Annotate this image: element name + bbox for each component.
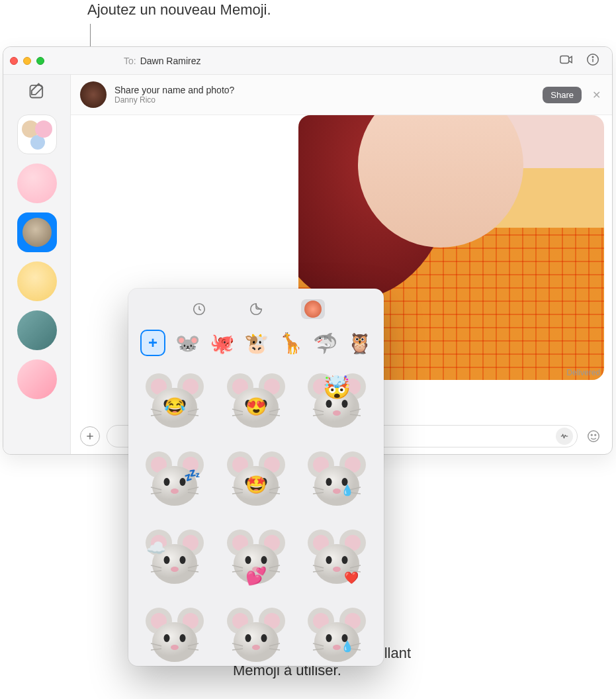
svg-point-169	[326, 634, 332, 642]
audio-message-button[interactable]	[556, 428, 573, 445]
share-button[interactable]: Share	[543, 87, 582, 103]
to-label: To:	[124, 56, 136, 66]
svg-point-143	[164, 634, 170, 642]
recents-tab[interactable]	[187, 299, 211, 319]
svg-point-156	[245, 634, 251, 642]
memoji-char-octopus[interactable]: 🐙	[209, 330, 234, 356]
memoji-sticker-mouse-kiss-hearts[interactable]: 💕	[223, 526, 289, 592]
svg-text:😂: 😂	[164, 396, 186, 417]
svg-point-101	[164, 556, 170, 564]
memoji-character-row: + 🐭 🐙 🐮 🦒 🦈 🦉	[138, 326, 374, 365]
svg-point-158	[252, 645, 260, 650]
close-window-button[interactable]	[10, 57, 18, 65]
memoji-sticker-mouse-sleeping[interactable]: 💤	[142, 447, 208, 514]
svg-text:💧: 💧	[341, 640, 354, 653]
delivered-label: Delivered	[566, 368, 600, 377]
memoji-sticker-mouse-heart-eyes[interactable]: 😍	[223, 369, 289, 436]
memoji-char-owl[interactable]: 🦉	[347, 330, 372, 356]
banner-text: Share your name and photo? Danny Rico	[114, 85, 535, 105]
share-name-banner: Share your name and photo? Danny Rico Sh…	[71, 75, 612, 115]
window-controls	[10, 57, 44, 65]
banner-title: Share your name and photo?	[114, 85, 535, 95]
svg-text:💕: 💕	[245, 565, 267, 586]
to-field: To: Dawn Ramirez	[124, 56, 559, 66]
svg-point-89	[333, 489, 341, 494]
svg-text:💧: 💧	[341, 484, 354, 496]
svg-point-115	[245, 556, 251, 564]
svg-point-47	[333, 410, 341, 416]
popover-tabs	[138, 295, 374, 326]
memoji-sticker-mouse-tear[interactable]: 💧	[304, 447, 370, 514]
memoji-popover: + 🐭 🐙 🐮 🦒 🦈 🦉 😂	[128, 289, 384, 666]
svg-rect-0	[560, 56, 569, 63]
svg-text:🤩: 🤩	[245, 474, 267, 495]
svg-text:❤️: ❤️	[344, 571, 359, 585]
memoji-sticker-mouse-worried[interactable]	[142, 604, 208, 666]
add-memoji-button[interactable]: +	[140, 330, 165, 356]
svg-text:🤯: 🤯	[323, 374, 351, 401]
conversation-contact-2[interactable]	[17, 163, 57, 203]
memoji-char-mouse[interactable]: 🐭	[175, 330, 200, 356]
banner-subtitle: Danny Rico	[114, 95, 535, 105]
svg-point-145	[171, 645, 179, 650]
memoji-sticker-mouse-sweat[interactable]: 💧	[304, 604, 370, 666]
toolbar-icons	[559, 52, 600, 70]
memoji-tab[interactable]	[301, 299, 325, 319]
svg-point-130	[342, 556, 348, 564]
svg-point-102	[180, 556, 186, 564]
emoji-picker-button[interactable]	[584, 427, 603, 445]
svg-point-103	[171, 567, 179, 572]
apps-button[interactable]	[80, 426, 100, 446]
facetime-icon[interactable]	[559, 52, 574, 70]
recipient-name[interactable]: Dawn Ramirez	[140, 56, 201, 66]
conversation-group[interactable]	[17, 115, 57, 154]
conversations-sidebar	[3, 75, 71, 454]
svg-point-87	[326, 478, 332, 486]
svg-point-142	[152, 622, 197, 662]
svg-point-116	[261, 556, 267, 564]
conversation-contact-4[interactable]	[17, 261, 57, 301]
svg-point-9	[595, 434, 596, 436]
memoji-sticker-mouse-cloud[interactable]: ☁️	[142, 526, 208, 592]
banner-avatar	[80, 81, 107, 108]
memoji-char-cow[interactable]: 🐮	[243, 330, 269, 356]
svg-point-59	[164, 478, 170, 486]
fullscreen-window-button[interactable]	[36, 57, 44, 65]
svg-point-45	[326, 400, 332, 408]
svg-point-8	[591, 434, 592, 436]
memoji-char-shark[interactable]: 🦈	[312, 330, 337, 356]
svg-text:💤: 💤	[184, 467, 200, 483]
conversation-contact-selected[interactable]	[17, 212, 57, 252]
callout-add-memoji: Ajoutez un nouveau Memoji.	[87, 1, 271, 19]
svg-point-155	[234, 622, 279, 662]
svg-point-157	[261, 634, 267, 642]
conversation-contact-5[interactable]	[17, 310, 57, 350]
svg-point-129	[326, 556, 332, 564]
conversation-contact-6[interactable]	[17, 359, 57, 399]
compose-button[interactable]	[28, 81, 46, 100]
memoji-sticker-mouse-shy-heart[interactable]: ❤️	[304, 526, 370, 592]
svg-point-7	[588, 431, 599, 442]
svg-point-171	[333, 645, 341, 650]
memoji-sticker-mouse-angry[interactable]	[223, 604, 289, 666]
memoji-tab-icon	[304, 301, 322, 318]
memoji-sticker-mouse-laugh-cry[interactable]: 😂	[142, 369, 208, 436]
svg-point-131	[333, 567, 341, 572]
stickers-tab[interactable]	[244, 299, 268, 319]
memoji-sticker-mouse-star-eyes[interactable]: 🤩	[223, 447, 289, 514]
dismiss-banner-button[interactable]: ✕	[590, 89, 603, 101]
minimize-window-button[interactable]	[23, 57, 31, 65]
memoji-char-giraffe[interactable]: 🦒	[278, 330, 303, 356]
svg-point-61	[171, 489, 179, 494]
titlebar: To: Dawn Ramirez	[3, 47, 612, 75]
svg-point-3	[592, 56, 593, 57]
svg-point-46	[342, 400, 348, 408]
svg-text:☁️: ☁️	[146, 538, 166, 557]
memoji-sticker-mouse-mind-blown[interactable]: 🤯	[304, 369, 370, 436]
svg-point-144	[180, 634, 186, 642]
svg-text:😍: 😍	[245, 396, 267, 417]
memoji-sticker-grid: 😂 😍	[138, 365, 374, 666]
info-icon[interactable]	[586, 52, 600, 70]
